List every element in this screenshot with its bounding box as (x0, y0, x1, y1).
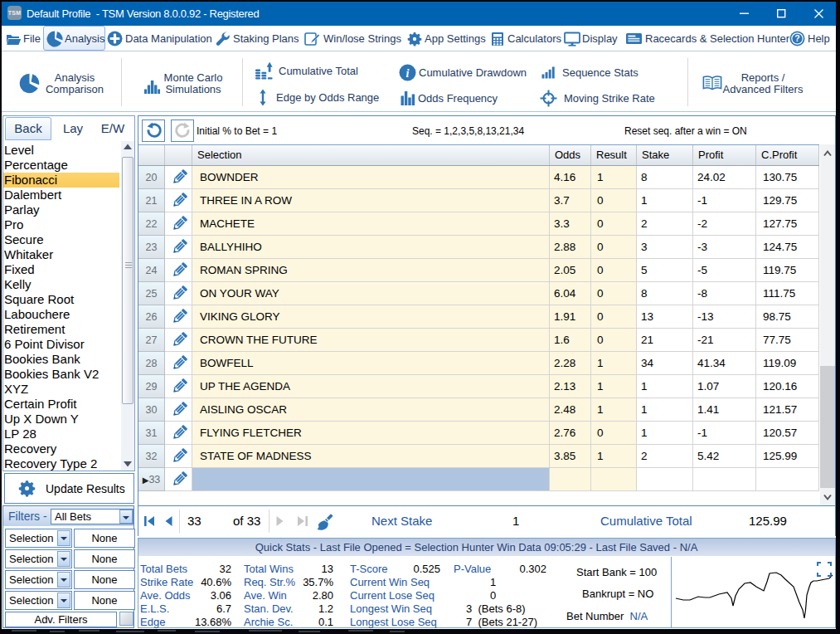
svg-text:i: i (406, 67, 410, 80)
svg-text:?: ? (794, 33, 799, 43)
